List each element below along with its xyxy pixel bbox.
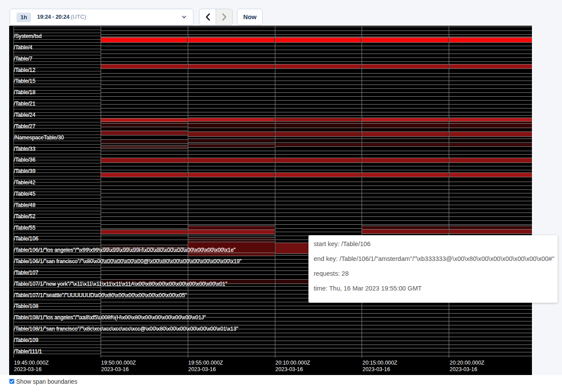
svg-text:19:50:00.000Z: 19:50:00.000Z <box>101 360 136 366</box>
svg-text:20:20:00.000Z: 20:20:00.000Z <box>450 360 484 366</box>
svg-text:2023-03-16: 2023-03-16 <box>362 366 390 372</box>
svg-text:2023-03-16: 2023-03-16 <box>101 366 129 372</box>
svg-text:2023-03-16: 2023-03-16 <box>275 366 303 372</box>
svg-text:2023-03-16: 2023-03-16 <box>188 366 216 372</box>
svg-text:20:15:00.000Z: 20:15:00.000Z <box>362 360 397 366</box>
svg-text:/Table/18: /Table/18 <box>14 89 36 95</box>
svg-text:/Table/108: /Table/108 <box>14 303 39 309</box>
svg-text:/Table/33: /Table/33 <box>14 146 36 152</box>
svg-text:/Table/52: /Table/52 <box>14 213 36 220</box>
svg-text:/Table/55: /Table/55 <box>14 225 36 231</box>
svg-text:/Table/106/1/"los angeles"/"\x: /Table/106/1/"los angeles"/"\x99\x99\x99… <box>14 247 236 253</box>
svg-text:2023-03-16: 2023-03-16 <box>450 366 477 372</box>
svg-text:/Table/109: /Table/109 <box>14 337 39 343</box>
svg-text:/Table/12: /Table/12 <box>14 67 36 73</box>
svg-text:/Table/106/1/"san francisco"/": /Table/106/1/"san francisco"/"\x80\x00\x… <box>14 258 242 264</box>
svg-text:/Table/107/1/"new york"/"\x11\: /Table/107/1/"new york"/"\x11\x11\x11\x1… <box>14 281 227 287</box>
svg-text:/Table/24: /Table/24 <box>14 112 36 118</box>
svg-text:/Table/39: /Table/39 <box>14 168 36 174</box>
svg-text:19:55:00.000Z: 19:55:00.000Z <box>188 360 223 366</box>
svg-text:/Table/36: /Table/36 <box>14 157 36 163</box>
svg-text:/Table/4: /Table/4 <box>14 44 33 51</box>
svg-text:/Table/15: /Table/15 <box>14 78 36 84</box>
svg-text:/Table/48: /Table/48 <box>14 202 36 208</box>
svg-text:/Table/107: /Table/107 <box>14 270 39 276</box>
svg-text:/Table/108/1/"san francisco"/": /Table/108/1/"san francisco"/"\x8c\xcc\x… <box>14 326 238 332</box>
svg-text:/System/tsd: /System/tsd <box>14 33 42 39</box>
svg-text:/Table/107/1/"seattle"/"UUUUUU: /Table/107/1/"seattle"/"UUUUUUD\x00\x80\… <box>14 292 187 298</box>
svg-text:/Table/42: /Table/42 <box>14 179 36 186</box>
svg-text:/Table/7: /Table/7 <box>14 56 33 62</box>
svg-text:19:45:00.000Z: 19:45:00.000Z <box>14 360 49 366</box>
svg-text:2023-03-16: 2023-03-16 <box>14 366 41 372</box>
svg-text:/Table/45: /Table/45 <box>14 191 36 197</box>
svg-text:/Table/108/1/"los angeles"/"\x: /Table/108/1/"los angeles"/"\xa8\xf5\u00… <box>14 314 206 321</box>
svg-text:/Table/27: /Table/27 <box>14 123 36 129</box>
svg-text:/NamespaceTable/30: /NamespaceTable/30 <box>14 135 64 141</box>
svg-text:/Table/21: /Table/21 <box>14 101 36 107</box>
svg-text:20:10:00.000Z: 20:10:00.000Z <box>275 360 310 366</box>
svg-text:/Table/106: /Table/106 <box>14 236 39 242</box>
svg-text:/Table/111/1: /Table/111/1 <box>14 348 42 355</box>
